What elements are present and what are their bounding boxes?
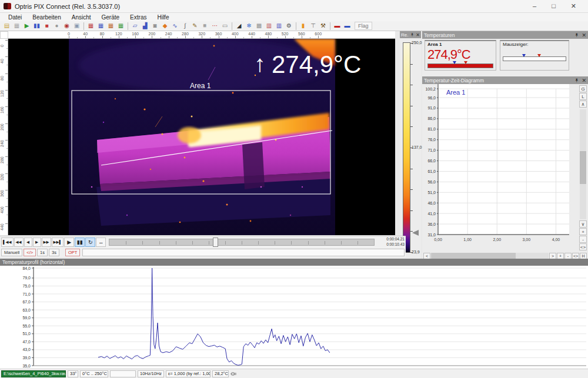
pin-icon[interactable]: 🖈: [410, 32, 415, 38]
close-button[interactable]: ✕: [571, 2, 576, 10]
time-diagram-header[interactable]: Temperatur-Zeit-Diagramm 🖈 ✕: [422, 76, 588, 84]
play-icon[interactable]: ▶: [22, 22, 32, 31]
trim-button[interactable]: ↔: [96, 237, 106, 247]
ruler-tick: [6, 148, 8, 149]
max-marker-icon[interactable]: [464, 61, 467, 64]
speed-button-1s[interactable]: 1s: [37, 249, 48, 256]
video-mode-icon[interactable]: ◙: [150, 22, 160, 31]
opt-button[interactable]: OPT: [65, 249, 80, 256]
speed-button-Manuell[interactable]: Manuell: [1, 249, 22, 256]
alarm-bar-icon[interactable]: ▮: [298, 22, 308, 31]
chart-button-<>[interactable]: <>: [572, 253, 579, 259]
tools-icon[interactable]: ⚒: [318, 22, 328, 31]
minimize-button[interactable]: –: [533, 2, 536, 10]
close-icon[interactable]: ✕: [582, 32, 586, 38]
skip-end-button[interactable]: ▶▶▌: [52, 237, 64, 247]
speed-button-[interactable]: </>: [24, 249, 36, 256]
ruler-tick: [210, 37, 211, 38]
ruler-tick: [5, 90, 8, 91]
snapshot-icon[interactable]: ◉: [62, 22, 72, 31]
rewind-button[interactable]: ◀◀: [14, 237, 24, 247]
freeze-icon[interactable]: ❄: [244, 22, 254, 31]
reference-points-icon[interactable]: ⋯: [210, 22, 220, 31]
temperatures-panel-header[interactable]: Temperaturen 🖈 ✕: [422, 31, 588, 39]
pin-icon[interactable]: 🖈: [574, 32, 579, 38]
record-marker-1-icon[interactable]: ▬: [332, 22, 342, 31]
text-overlay-icon[interactable]: ⊤: [308, 22, 318, 31]
ruler-tick: [285, 36, 286, 38]
menu-extras[interactable]: Extras: [125, 14, 151, 21]
hscroll-right-button[interactable]: >: [549, 253, 556, 259]
min-marker-icon[interactable]: [522, 54, 526, 57]
hscroll-left-button[interactable]: <: [423, 253, 430, 259]
timeline-slider[interactable]: [109, 239, 375, 246]
palette-view-2-icon[interactable]: ▦: [96, 22, 106, 31]
max-marker-icon[interactable]: [537, 54, 541, 57]
chart-button[interactable]: +: [579, 228, 587, 235]
chart-button--[interactable]: -: [564, 253, 572, 259]
palette-view-4-icon[interactable]: ▦: [116, 22, 126, 31]
chart-button-∧[interactable]: ∧: [579, 101, 587, 108]
pause-button[interactable]: ▮▮: [75, 237, 85, 247]
ruler-h-label: 0: [68, 32, 70, 36]
palette-view-1-icon[interactable]: ▦: [86, 22, 96, 31]
diagram-editor-icon[interactable]: ✎: [190, 22, 200, 31]
timeline-slider-thumb[interactable]: [213, 237, 218, 247]
menu-ansicht[interactable]: Ansicht: [67, 14, 96, 21]
chart-button-l[interactable]: L: [579, 93, 587, 100]
menu-geräte[interactable]: Geräte: [97, 14, 125, 21]
menu-datei[interactable]: Datei: [4, 14, 26, 21]
chart-button-H[interactable]: H: [580, 253, 587, 259]
palette-view-3-icon[interactable]: ▦: [106, 22, 116, 31]
record-marker-2-icon[interactable]: ▬: [342, 22, 352, 31]
menu-bearbeiten[interactable]: Bearbeiten: [28, 14, 65, 21]
histogram-icon[interactable]: ▟: [140, 22, 150, 31]
stop-icon[interactable]: ■: [42, 22, 52, 31]
flag-button[interactable]: Flag: [355, 22, 372, 30]
close-icon[interactable]: ✕: [416, 32, 420, 38]
status-empty: [110, 370, 136, 377]
thermal-image-view[interactable]: Area 1 ↑ 274,9°C: [8, 39, 395, 235]
pin-icon[interactable]: 🖈: [574, 78, 579, 83]
chart-horizontal-scrollbar[interactable]: [431, 253, 549, 259]
temperature-scale-gradient[interactable]: [403, 42, 410, 253]
scrollbar-thumb[interactable]: [431, 253, 516, 259]
measure-area-icon[interactable]: ▱: [130, 22, 140, 31]
timeline-icon[interactable]: ▭: [220, 22, 230, 31]
chart-colors-2-icon[interactable]: ▥: [274, 22, 284, 31]
open-file-icon[interactable]: ▤: [2, 22, 12, 31]
play-button[interactable]: ▶: [64, 237, 74, 247]
temp-time-diagram-icon[interactable]: ∿: [170, 22, 180, 31]
chart-button-g[interactable]: G: [579, 85, 587, 92]
speed-button-3s[interactable]: 3s: [49, 249, 59, 256]
chart-button-+[interactable]: +: [557, 253, 564, 259]
scale-marker-arrow[interactable]: [412, 230, 419, 236]
step-forward-button[interactable]: ▶: [33, 237, 41, 247]
profile-panel-header[interactable]: Temperaturprofil (horizontal): [0, 259, 588, 266]
maximize-button[interactable]: □: [552, 2, 556, 10]
colorbar-panel-header[interactable]: Re... 🖈 ✕: [400, 31, 421, 38]
min-marker-icon[interactable]: [453, 61, 456, 64]
close-icon[interactable]: ✕: [582, 78, 586, 83]
fast-forward-button[interactable]: ▶▶: [42, 237, 51, 247]
chart-button[interactable]: -: [579, 236, 587, 243]
pause-icon[interactable]: ▮▮: [32, 22, 42, 31]
chart-colors-1-icon[interactable]: ▥: [264, 22, 274, 31]
device-setup-icon[interactable]: ⚙: [284, 22, 294, 31]
binary-output-icon[interactable]: ≡: [200, 22, 210, 31]
scrollbar-thumb[interactable]: [580, 151, 586, 184]
loop-button[interactable]: ↻: [85, 237, 95, 247]
chart-vertical-scrollbar[interactable]: [580, 109, 586, 219]
chart-button[interactable]: ∨: [579, 220, 587, 228]
chart-button[interactable]: <>: [579, 243, 587, 250]
skip-start-button[interactable]: ▌◀◀: [1, 237, 14, 247]
image-adjust-icon[interactable]: ▩: [254, 22, 264, 31]
save-icon[interactable]: ▦: [12, 22, 22, 31]
menu-hilfe[interactable]: Hilfe: [152, 14, 173, 21]
profile-diagram-icon[interactable]: ∫: [180, 22, 190, 31]
record-icon[interactable]: ●: [52, 22, 62, 31]
copy-icon[interactable]: ▣: [72, 22, 82, 31]
step-back-button[interactable]: ◀: [24, 237, 32, 247]
hot-spot-icon[interactable]: ◆: [160, 22, 170, 31]
emissivity-icon[interactable]: ◢: [234, 22, 244, 31]
